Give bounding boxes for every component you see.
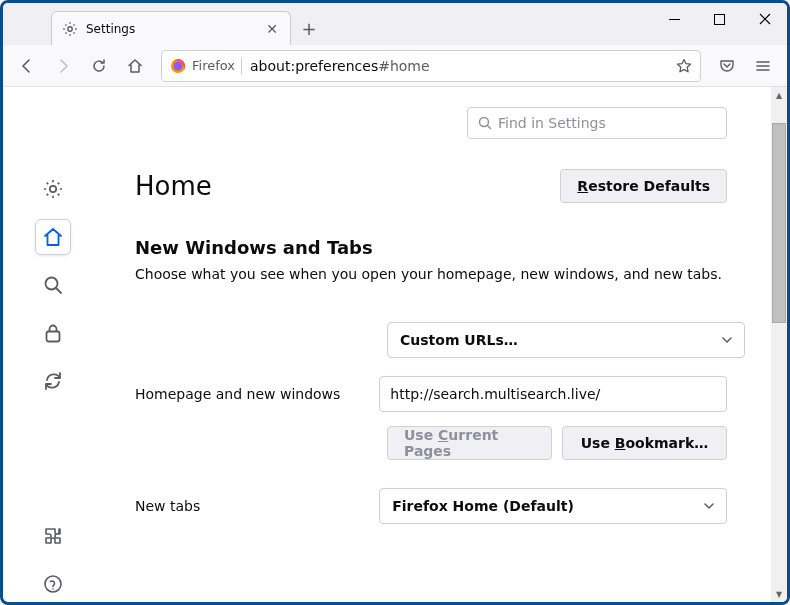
svg-point-4 (50, 186, 56, 192)
gear-icon (62, 21, 78, 37)
svg-point-3 (174, 61, 183, 70)
homepage-mode-select[interactable]: Custom URLs… (387, 322, 745, 358)
restore-defaults-button[interactable]: Restore Defaults (560, 169, 727, 203)
app-menu-button[interactable] (747, 50, 779, 82)
chevron-down-icon (704, 503, 714, 509)
use-current-pages-button[interactable]: Use Current Pages (387, 426, 552, 460)
homepage-url-input[interactable] (379, 376, 727, 412)
firefox-logo-icon (170, 58, 186, 74)
browser-tab-settings[interactable]: Settings ✕ (51, 11, 291, 45)
window-controls (652, 3, 787, 35)
section-heading: New Windows and Tabs (135, 237, 727, 258)
maximize-button[interactable] (697, 3, 742, 35)
sidebar-item-privacy[interactable] (35, 315, 71, 351)
identity-label: Firefox (192, 58, 235, 73)
settings-main-panel: Home Restore Defaults New Windows and Ta… (103, 87, 787, 602)
tab-title: Settings (86, 22, 256, 36)
select-value: Firefox Home (Default) (392, 498, 704, 514)
tab-strip: Settings ✕ + (3, 3, 787, 45)
svg-rect-1 (715, 14, 725, 24)
url-bar[interactable]: Firefox about:preferences#home (161, 50, 701, 82)
scrollbar-thumb[interactable] (772, 123, 786, 323)
sidebar-item-search[interactable] (35, 267, 71, 303)
section-description: Choose what you see when you open your h… (135, 266, 727, 282)
search-icon (478, 116, 492, 130)
identity-box[interactable]: Firefox (170, 57, 242, 75)
settings-search-field[interactable] (467, 107, 727, 139)
sidebar-item-home[interactable] (35, 219, 71, 255)
window-close-button[interactable] (742, 3, 787, 35)
forward-button[interactable] (47, 50, 79, 82)
browser-toolbar: Firefox about:preferences#home (3, 45, 787, 87)
scroll-up-arrow[interactable]: ▲ (771, 87, 787, 103)
scroll-down-arrow[interactable]: ▼ (771, 586, 787, 602)
select-value: Custom URLs… (400, 332, 722, 348)
vertical-scrollbar[interactable]: ▲ ▼ (771, 87, 787, 602)
sidebar-item-sync[interactable] (35, 363, 71, 399)
sidebar-item-general[interactable] (35, 171, 71, 207)
newtabs-label: New tabs (135, 498, 379, 514)
tab-close-button[interactable]: ✕ (264, 21, 280, 37)
page-title: Home (135, 171, 212, 201)
url-text: about:preferences#home (250, 58, 668, 74)
chevron-down-icon (722, 337, 732, 343)
pocket-button[interactable] (711, 50, 743, 82)
svg-point-0 (68, 26, 72, 30)
homepage-label: Homepage and new windows (135, 386, 379, 402)
bookmark-star-icon[interactable] (676, 58, 692, 74)
sidebar-item-extensions[interactable] (35, 518, 71, 554)
svg-rect-6 (47, 332, 60, 342)
settings-search-input[interactable] (498, 115, 716, 131)
home-button[interactable] (119, 50, 151, 82)
sidebar-item-help[interactable] (35, 566, 71, 602)
settings-sidebar (3, 87, 103, 602)
use-bookmark-button[interactable]: Use Bookmark… (562, 426, 727, 460)
newtabs-select[interactable]: Firefox Home (Default) (379, 488, 727, 524)
separator (241, 57, 242, 75)
minimize-button[interactable] (652, 3, 697, 35)
new-tab-button[interactable]: + (295, 14, 323, 42)
content-area: Home Restore Defaults New Windows and Ta… (3, 87, 787, 602)
reload-button[interactable] (83, 50, 115, 82)
back-button[interactable] (11, 50, 43, 82)
